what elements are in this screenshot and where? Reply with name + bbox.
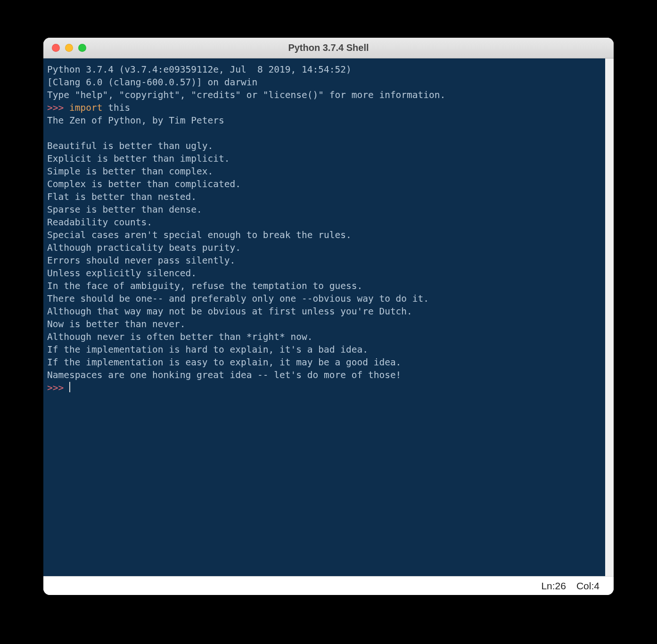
- header-line: Type "help", "copyright", "credits" or "…: [47, 90, 445, 100]
- input-rest: this: [102, 102, 130, 113]
- output-line: Complex is better than complicated.: [47, 179, 241, 190]
- terminal-content[interactable]: Python 3.7.4 (v3.7.4:e09359112e, Jul 8 2…: [43, 58, 605, 576]
- col-value: 4: [594, 580, 600, 592]
- output-line: Now is better than never.: [47, 319, 186, 330]
- output-line: Although never is often better than *rig…: [47, 331, 313, 342]
- output-line: Unless explicitly silenced.: [47, 268, 197, 279]
- output-line: There should be one-- and preferably onl…: [47, 293, 429, 304]
- statusbar: Ln: 26 Col: 4: [43, 576, 614, 595]
- output-line: Flat is better than nested.: [47, 191, 197, 202]
- traffic-lights: [43, 44, 86, 52]
- output-line: Simple is better than complex.: [47, 166, 213, 177]
- line-value: 26: [555, 580, 566, 592]
- output-line: Special cases aren't special enough to b…: [47, 230, 352, 240]
- output-line: If the implementation is hard to explain…: [47, 344, 368, 355]
- line-label: Ln:: [541, 580, 555, 592]
- output-line: Errors should never pass silently.: [47, 255, 235, 266]
- output-line: Although practicality beats purity.: [47, 242, 241, 253]
- output-line: Beautiful is better than ugly.: [47, 140, 213, 151]
- titlebar[interactable]: Python 3.7.4 Shell: [43, 38, 614, 58]
- cursor-icon: [69, 382, 70, 392]
- prompt: >>>: [47, 382, 69, 393]
- output-line: Although that way may not be obvious at …: [47, 306, 412, 317]
- output-line: Namespaces are one honking great idea --…: [47, 370, 401, 380]
- scrollbar[interactable]: [605, 58, 614, 576]
- window-title: Python 3.7.4 Shell: [43, 42, 614, 53]
- col-label: Col:: [576, 580, 594, 592]
- output-line: Explicit is better than implicit.: [47, 153, 230, 164]
- output-line: If the implementation is easy to explain…: [47, 357, 401, 368]
- output-line: In the face of ambiguity, refuse the tem…: [47, 281, 362, 291]
- keyword-import: import: [69, 102, 102, 113]
- minimize-button[interactable]: [65, 44, 73, 52]
- header-line: [Clang 6.0 (clang-600.0.57)] on darwin: [47, 77, 257, 88]
- output-line: The Zen of Python, by Tim Peters: [47, 115, 224, 126]
- output-line: Sparse is better than dense.: [47, 204, 202, 215]
- close-button[interactable]: [52, 44, 60, 52]
- terminal-area[interactable]: Python 3.7.4 (v3.7.4:e09359112e, Jul 8 2…: [43, 58, 614, 576]
- idle-window: Python 3.7.4 Shell Python 3.7.4 (v3.7.4:…: [43, 38, 614, 595]
- prompt: >>>: [47, 102, 69, 113]
- output-line: Readability counts.: [47, 217, 152, 228]
- maximize-button[interactable]: [78, 44, 86, 52]
- header-line: Python 3.7.4 (v3.7.4:e09359112e, Jul 8 2…: [47, 64, 352, 75]
